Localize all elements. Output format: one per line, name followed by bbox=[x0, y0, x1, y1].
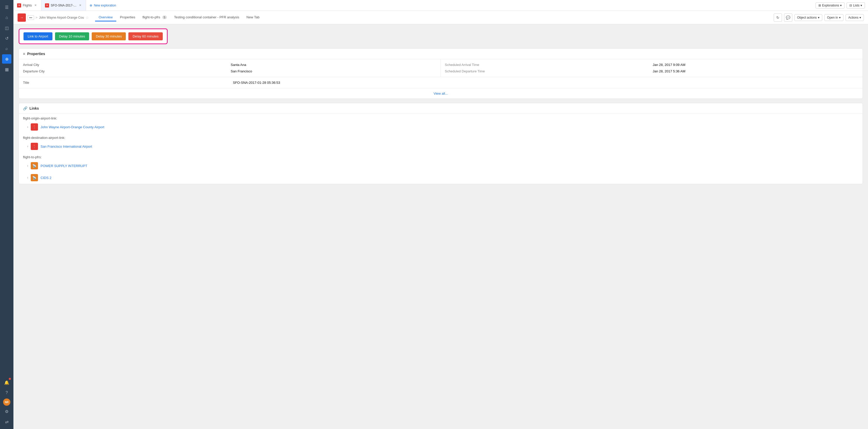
lists-chevron: ▾ bbox=[861, 4, 862, 7]
explorations-chevron: ▾ bbox=[840, 4, 842, 7]
links-group-origin-label: flight-origin-airport-link: bbox=[19, 114, 863, 121]
explorations-label: Explorations bbox=[822, 4, 839, 7]
notification-dot bbox=[9, 378, 11, 380]
content-area: Link to Airport Delay 10 minutes Delay 3… bbox=[13, 24, 868, 429]
more-button[interactable]: ••• bbox=[27, 15, 34, 20]
link-item-cids2[interactable]: › 📡 CIDS 2 bbox=[19, 172, 863, 184]
delay-10-button[interactable]: Delay 10 minutes bbox=[55, 32, 89, 40]
links-group-pfrs-label: flight-to-pfrs: bbox=[19, 152, 863, 160]
properties-icon: ≡ bbox=[23, 52, 25, 56]
object-actions-chevron: ▾ bbox=[818, 16, 819, 20]
tab-flights-close[interactable]: ✕ bbox=[33, 3, 37, 7]
lists-button[interactable]: ⊟ Lists ▾ bbox=[846, 2, 865, 8]
link-item-sfo[interactable]: › 📍 San Francisco International Airport bbox=[19, 141, 863, 152]
title-row: Title SFO-SNA-2017-01-28 05:36:53 bbox=[19, 77, 863, 88]
tab-sfo[interactable]: ✈ SFO-SNA-2017-… ✕ bbox=[41, 0, 86, 10]
refresh-button[interactable]: ↻ bbox=[774, 13, 782, 22]
nav-tab-new[interactable]: New Tab bbox=[243, 14, 263, 22]
properties-grid: Arrival City Santa Ana Departure City Sa… bbox=[19, 59, 863, 77]
star-icon[interactable]: ☆ bbox=[86, 16, 89, 20]
arrival-city-label: Arrival City bbox=[23, 63, 228, 67]
tab-flights-label: Flights bbox=[23, 4, 32, 7]
breadcrumb: John Wayne Airport-Orange Cou bbox=[39, 16, 84, 20]
sched-departure-value: Jan 28, 2017 5:36 AM bbox=[653, 69, 859, 73]
plus-icon: ⊕ bbox=[90, 4, 92, 7]
title-value: SFO-SNA-2017-01-28 05:36:53 bbox=[233, 81, 441, 85]
view-all-link[interactable]: View all... bbox=[433, 91, 448, 95]
power-supply-link[interactable]: POWER SUPPLY INTERRUPT bbox=[40, 164, 87, 168]
properties-header: ≡ Properties bbox=[19, 49, 863, 59]
view-all-row: View all... bbox=[19, 88, 863, 98]
sched-departure-label: Scheduled Departure Time bbox=[445, 69, 651, 73]
properties-card: ≡ Properties Arrival City Santa Ana Depa… bbox=[19, 48, 863, 99]
link-item-john-wayne[interactable]: › 📍 John Wayne Airport-Orange County Air… bbox=[19, 121, 863, 133]
john-wayne-airport-link[interactable]: John Wayne Airport-Orange County Airport bbox=[40, 125, 104, 129]
airport-destination-icon: 📍 bbox=[31, 143, 38, 150]
sidebar-item-settings[interactable]: ⚙ bbox=[2, 407, 11, 416]
title-label: Title bbox=[23, 81, 231, 85]
sidebar-item-sync[interactable]: ⇄ bbox=[2, 417, 11, 426]
chat-button[interactable]: 💬 bbox=[784, 13, 792, 22]
tab-new-exploration[interactable]: ⊕ New exploration bbox=[86, 0, 120, 10]
explorations-button[interactable]: ⊞ Explorations ▾ bbox=[815, 2, 844, 8]
sfo-tab-icon: ✈ bbox=[45, 3, 49, 7]
prop-cell-times: Scheduled Arrival Time Jan 28, 2017 9:09… bbox=[441, 59, 863, 77]
main-area: ✈ Flights ✕ ✈ SFO-SNA-2017-… ✕ ⊕ New exp… bbox=[13, 0, 868, 429]
nav-tab-properties[interactable]: Properties bbox=[116, 14, 139, 22]
sidebar-item-data[interactable]: ▦ bbox=[2, 65, 11, 74]
sidebar-item-menu[interactable]: ☰ bbox=[2, 3, 11, 12]
sidebar-item-search[interactable]: ⌕ bbox=[2, 44, 11, 53]
sidebar-item-explore[interactable]: ⊕ bbox=[2, 54, 11, 64]
lists-icon: ⊟ bbox=[849, 4, 852, 7]
tab-sfo-close[interactable]: ✕ bbox=[78, 3, 82, 7]
actions-button[interactable]: Actions ▾ bbox=[845, 14, 864, 21]
action-buttons-row: Link to Airport Delay 10 minutes Delay 3… bbox=[19, 28, 168, 44]
arrival-city-value: Santa Ana bbox=[231, 63, 436, 67]
nav-tab-flight-to-pfrs[interactable]: flight-to-pfrs 5 bbox=[139, 14, 170, 22]
refresh-icon: ↻ bbox=[776, 16, 779, 20]
open-in-button[interactable]: Open in ▾ bbox=[824, 14, 843, 21]
breadcrumb-area: → ••• > John Wayne Airport-Orange Cou ☆ bbox=[18, 13, 90, 22]
links-header: 🔗 Links bbox=[19, 103, 863, 114]
nav-tabs: Overview Properties flight-to-pfrs 5 Tes… bbox=[90, 14, 771, 22]
delay-60-button[interactable]: Delay 60 minutes bbox=[128, 32, 162, 40]
pfr-icon-2: 📡 bbox=[31, 174, 38, 181]
tab-sfo-label: SFO-SNA-2017-… bbox=[51, 4, 76, 7]
tab-bar: ✈ Flights ✕ ✈ SFO-SNA-2017-… ✕ ⊕ New exp… bbox=[13, 0, 868, 11]
sched-arrival-label: Scheduled Arrival Time bbox=[445, 63, 651, 67]
sidebar-item-recent[interactable]: ↺ bbox=[2, 34, 11, 43]
nav-tab-overview[interactable]: Overview bbox=[95, 14, 116, 22]
cids2-link[interactable]: CIDS 2 bbox=[40, 176, 52, 180]
breadcrumb-separator: > bbox=[36, 16, 38, 20]
sidebar-item-boards[interactable]: ◫ bbox=[2, 23, 11, 33]
tab-bar-right: ⊞ Explorations ▾ ⊟ Lists ▾ bbox=[815, 2, 868, 8]
nav-tab-testing[interactable]: Testing conditional container - PFR anal… bbox=[170, 14, 243, 22]
tab-flights[interactable]: ✈ Flights ✕ bbox=[13, 0, 41, 10]
lists-label: Lists bbox=[853, 4, 860, 7]
secondary-header: → ••• > John Wayne Airport-Orange Cou ☆ … bbox=[13, 11, 868, 24]
sched-arrival-value: Jan 28, 2017 9:09 AM bbox=[653, 63, 859, 67]
object-actions-button[interactable]: Object actions ▾ bbox=[795, 14, 822, 21]
sidebar-item-notifications[interactable]: 🔔 bbox=[2, 378, 11, 387]
delay-30-button[interactable]: Delay 30 minutes bbox=[92, 32, 126, 40]
sf-airport-link[interactable]: San Francisco International Airport bbox=[40, 145, 92, 148]
chevron-right-icon-2: › bbox=[27, 145, 28, 148]
pfrs-badge: 5 bbox=[162, 16, 167, 19]
sidebar-item-help[interactable]: ? bbox=[2, 388, 11, 397]
links-icon: 🔗 bbox=[23, 106, 27, 110]
explorations-icon: ⊞ bbox=[818, 4, 821, 7]
sidebar-item-home[interactable]: ⌂ bbox=[2, 13, 11, 22]
link-item-power-supply[interactable]: › 📡 POWER SUPPLY INTERRUPT bbox=[19, 160, 863, 172]
chat-icon: 💬 bbox=[786, 16, 790, 20]
back-button[interactable]: → bbox=[18, 13, 26, 22]
properties-title: Properties bbox=[27, 52, 45, 56]
flights-tab-icon: ✈ bbox=[17, 3, 21, 7]
airport-origin-icon: 📍 bbox=[31, 123, 38, 131]
sidebar: ☰ ⌂ ◫ ↺ ⌕ ⊕ ▦ 🔔 ? NR ⚙ ⇄ bbox=[0, 0, 13, 429]
open-in-chevron: ▾ bbox=[839, 16, 841, 20]
link-to-airport-button[interactable]: Link to Airport bbox=[24, 32, 53, 40]
links-group-destination-label: flight-destination-airport-link: bbox=[19, 133, 863, 141]
avatar[interactable]: NR bbox=[3, 399, 10, 406]
header-right-actions: ↻ 💬 Object actions ▾ Open in ▾ Actions ▾ bbox=[774, 13, 864, 22]
departure-city-label: Departure City bbox=[23, 69, 228, 73]
